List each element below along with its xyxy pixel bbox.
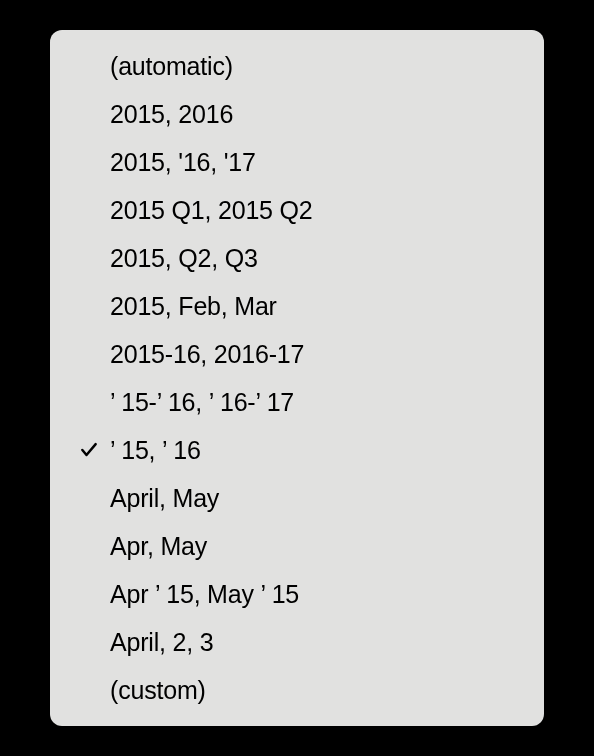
check-column [68,632,110,652]
check-column [68,584,110,604]
menu-item-label: Apr ’ 15, May ’ 15 [110,580,299,609]
menu-item-year-short[interactable]: ’ 15, ’ 16 [50,426,544,474]
menu-item-month-year-abbr[interactable]: Apr ’ 15, May ’ 15 [50,570,544,618]
menu-item-label: 2015, 2016 [110,100,233,129]
menu-item-year-quarter-full[interactable]: 2015 Q1, 2015 Q2 [50,186,544,234]
menu-item-label: April, 2, 3 [110,628,213,657]
check-column [68,152,110,172]
dropdown-menu: (automatic) 2015, 2016 2015, '16, '17 20… [50,30,544,726]
menu-item-label: 2015-16, 2016-17 [110,340,304,369]
menu-item-label: 2015 Q1, 2015 Q2 [110,196,313,225]
check-column [68,440,110,460]
menu-item-month-day[interactable]: April, 2, 3 [50,618,544,666]
check-column [68,200,110,220]
check-column [68,56,110,76]
check-column [68,392,110,412]
menu-item-year-quarter[interactable]: 2015, Q2, Q3 [50,234,544,282]
menu-item-label: (custom) [110,676,206,705]
check-icon [79,440,99,460]
menu-item-label: Apr, May [110,532,207,561]
check-column [68,488,110,508]
menu-item-month-abbr[interactable]: Apr, May [50,522,544,570]
check-column [68,248,110,268]
menu-item-years-abbr[interactable]: 2015, '16, '17 [50,138,544,186]
check-column [68,344,110,364]
menu-item-year-month-abbr[interactable]: 2015, Feb, Mar [50,282,544,330]
menu-item-label: April, May [110,484,219,513]
menu-item-label: 2015, Q2, Q3 [110,244,258,273]
menu-item-label: (automatic) [110,52,233,81]
menu-item-custom[interactable]: (custom) [50,666,544,714]
menu-item-label: ’ 15, ’ 16 [110,436,201,465]
menu-item-year-range-full[interactable]: 2015-16, 2016-17 [50,330,544,378]
check-column [68,680,110,700]
menu-item-year-range-abbr[interactable]: ’ 15-’ 16, ’ 16-’ 17 [50,378,544,426]
menu-item-label: 2015, Feb, Mar [110,292,277,321]
menu-item-label: 2015, '16, '17 [110,148,256,177]
menu-item-label: ’ 15-’ 16, ’ 16-’ 17 [110,388,294,417]
menu-item-automatic[interactable]: (automatic) [50,42,544,90]
check-column [68,104,110,124]
menu-item-years-full[interactable]: 2015, 2016 [50,90,544,138]
check-column [68,536,110,556]
menu-item-month-full[interactable]: April, May [50,474,544,522]
check-column [68,296,110,316]
